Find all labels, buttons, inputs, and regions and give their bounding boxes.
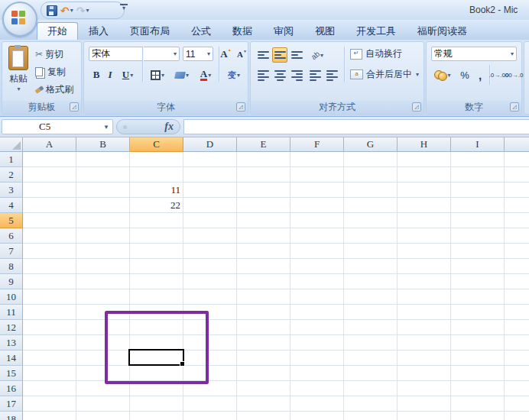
cell-I3[interactable] [451,183,505,198]
cell-E1[interactable] [237,152,290,167]
cell-B10[interactable] [76,289,130,305]
chevron-down-icon[interactable]: ▾ [186,72,189,79]
cell-H6[interactable] [398,228,451,244]
cell-F18[interactable] [290,412,344,420]
cell-C9[interactable] [130,274,183,289]
cell-F1[interactable] [290,152,344,167]
cell-H10[interactable] [398,289,451,305]
cell-E5[interactable] [237,213,290,228]
select-all-button[interactable] [0,137,23,152]
row-header[interactable]: 12 [0,320,23,335]
row-header[interactable]: 13 [0,335,23,351]
fill-color-button[interactable]: ▾ [170,67,193,82]
cell-I16[interactable] [451,381,505,396]
align-bottom-button[interactable] [289,47,304,63]
cell-C8[interactable] [130,259,183,274]
cell-H16[interactable] [398,381,451,396]
font-dialog-launcher[interactable]: ◿ [236,102,245,111]
cell-F15[interactable] [290,366,344,381]
cell-A5[interactable] [23,213,76,228]
row-header[interactable]: 10 [0,289,23,305]
column-header[interactable]: E [237,137,290,152]
decrease-decimal-button[interactable]: .00→.0 [506,67,521,82]
cell-A18[interactable] [23,412,76,420]
column-header[interactable]: H [398,137,451,152]
format-painter-button[interactable]: 格式刷 [35,82,81,97]
align-left-button[interactable] [255,68,271,83]
cell-H18[interactable] [398,412,451,420]
cell-E13[interactable] [237,335,290,351]
cell-B1[interactable] [76,152,130,167]
cell-J18[interactable] [505,412,529,420]
cell-G2[interactable] [344,167,398,183]
cell-I15[interactable] [451,366,505,381]
percent-style-button[interactable]: % [456,67,474,82]
cell-A4[interactable] [23,198,76,213]
row-header[interactable]: 6 [0,228,23,244]
cell-J8[interactable] [505,259,529,274]
cell-I7[interactable] [451,244,505,259]
number-format-combo[interactable]: 常规 ▾ [431,47,517,61]
cell-D7[interactable] [183,244,237,259]
cut-button[interactable]: ✂ 剪切 [35,47,81,62]
cell-F5[interactable] [290,213,344,228]
cell-F4[interactable] [290,198,344,213]
cell-E7[interactable] [237,244,290,259]
phonetic-button[interactable]: 变 ▾ [222,67,246,82]
cell-J16[interactable] [505,381,529,396]
cell-J6[interactable] [505,228,529,244]
ribbon-tab[interactable]: 公式 [180,22,222,40]
cell-G11[interactable] [344,305,398,320]
cell-E3[interactable] [237,183,290,198]
cell-B9[interactable] [76,274,130,289]
cell-B5[interactable] [76,213,130,228]
cell-D2[interactable] [183,167,237,183]
cell-A7[interactable] [23,244,76,259]
wrap-text-button[interactable]: ↵ 自动换行 [350,47,402,60]
cell-A17[interactable] [23,396,76,412]
cell-I11[interactable] [451,305,505,320]
cell-D5[interactable] [183,213,237,228]
cell-G14[interactable] [344,351,398,366]
cell-D6[interactable] [183,228,237,244]
cell-F17[interactable] [290,396,344,412]
formula-input[interactable] [183,119,529,134]
row-header[interactable]: 9 [0,274,23,289]
cell-J12[interactable] [505,320,529,335]
chevron-down-icon[interactable]: ▾ [237,72,240,79]
cell-E2[interactable] [237,167,290,183]
cell-E11[interactable] [237,305,290,320]
cell-I6[interactable] [451,228,505,244]
cell-F16[interactable] [290,381,344,396]
cell-C2[interactable] [130,167,183,183]
cell-I12[interactable] [451,320,505,335]
column-header[interactable]: J [505,137,529,152]
cell-A3[interactable] [23,183,76,198]
underline-button[interactable]: U ▾ [117,67,138,82]
cell-C5[interactable] [130,213,183,228]
merge-center-button[interactable]: a 合并后居中 ▾ [350,68,419,81]
cell-E8[interactable] [237,259,290,274]
cell-A12[interactable] [23,320,76,335]
cell-E14[interactable] [237,351,290,366]
cell-J5[interactable] [505,213,529,228]
cell-B17[interactable] [76,396,130,412]
cell-E17[interactable] [237,396,290,412]
cell-J3[interactable] [505,183,529,198]
comma-style-button[interactable]: , [474,67,486,82]
cell-G10[interactable] [344,289,398,305]
save-button[interactable] [46,4,58,18]
cell-C6[interactable] [130,228,183,244]
redo-button[interactable]: ↷▾ [76,4,90,18]
ribbon-tab[interactable]: 开始 [37,22,78,40]
chevron-down-icon[interactable]: ▾ [416,71,419,78]
cell-A8[interactable] [23,259,76,274]
cell-A6[interactable] [23,228,76,244]
cell-I8[interactable] [451,259,505,274]
ribbon-tab[interactable]: 视图 [304,22,346,40]
ribbon-tab[interactable]: 福昕阅读器 [407,22,478,40]
cell-I1[interactable] [451,152,505,167]
cell-J11[interactable] [505,305,529,320]
cell-I14[interactable] [451,351,505,366]
increase-indent-button[interactable] [324,68,339,83]
